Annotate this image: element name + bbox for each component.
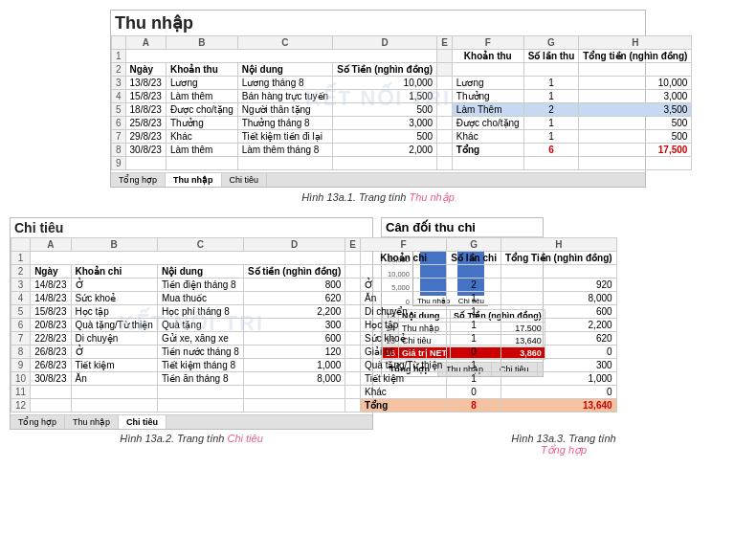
h-ngay: Ngày (125, 63, 166, 77)
candoi-title: Cân đối thu chi (382, 218, 543, 237)
h-sotien: Số Tiền (nghìn đồng) (333, 63, 437, 77)
top-section: KẾT NỐI TRI Thu nhập A B C D E F G (10, 10, 746, 212)
header-khoanchu: Khoản thu (452, 50, 523, 63)
header-tongtien: Tổng tiền (nghìn đồng) (579, 50, 692, 63)
col-e: E (437, 36, 453, 50)
thu-nhap-title: Thu nhập (115, 13, 193, 33)
row-1: 1 (112, 50, 126, 63)
table-row: 6 25/8/23 Thưởng Thưởng tháng 8 3,000 Đư… (112, 117, 692, 130)
h-noidung: Nội dung (237, 63, 332, 77)
col-num (112, 36, 126, 50)
table-row: 9 (112, 157, 692, 170)
table-row: 11 Khác 0 0 (11, 386, 617, 399)
h-empty2 (523, 63, 579, 77)
chi-tieu-table: A B C D E F G H 1 Khoản chi Số l (11, 237, 617, 412)
caption-top-pink: Thu nhập (409, 191, 454, 203)
col-b: B (166, 36, 237, 50)
bottom-captions: Hình 13a.2. Trang tính Chi tiêu Hình 13a… (10, 433, 746, 457)
h-empty3 (579, 63, 692, 77)
h-khoanthu: Khoản thu (166, 63, 237, 77)
tab-thunhap[interactable]: Thu nhập (166, 173, 222, 187)
thu-nhap-spreadsheet: KẾT NỐI TRI Thu nhập A B C D E F G (110, 10, 646, 188)
h-empty1 (452, 63, 523, 77)
table-row: 3 13/8/23 Lương Lương tháng 8 10,000 Lươ… (112, 77, 692, 90)
bottom-section: KẾT NỐI TRI Chi tiêu A B C D E F G H (10, 217, 746, 430)
table-row: 5 18/8/23 Được cho/tặng Người thân tặng … (112, 103, 692, 117)
table-row: 7 29/8/23 Khác Tiết kiệm tiền đi lại 500… (112, 130, 692, 144)
table-row: 6 20/8/23 Quà tặng/Từ thiện Quà tặng 300… (11, 319, 617, 332)
chi-tieu-title: Chi tiêu (14, 220, 63, 235)
tab-bar-top: Tổng hợp Thu nhập Chi tiêu (111, 172, 645, 187)
caption-bottom-right: Hình 13a.3. Trang tính Tổng hợp (381, 433, 746, 457)
caption-chitieu-pink: Chi tiêu (228, 433, 263, 444)
thu-nhap-table: A B C D E F G H 1 Khoản thu Số l (111, 35, 692, 170)
tab-chitieu-top[interactable]: Chi tiêu (222, 173, 268, 187)
header-ngay (125, 50, 437, 63)
table-row: 8 30/8/23 Làm thêm Làm thêm tháng 8 2,00… (112, 144, 692, 157)
caption-top: Hình 13a.1. Trang tính Thu nhập (110, 191, 646, 204)
chitieu-wrapper: KẾT NỐI TRI Chi tiêu A B C D E F G H (10, 217, 373, 430)
total-row: 12 Tổng 8 13,640 (11, 399, 617, 412)
col-f: F (452, 36, 523, 50)
sep-e2 (437, 63, 453, 77)
table-row: 4 14/8/23 Sức khoẻ Mua thuốc 620 Ăn 1 8,… (11, 292, 617, 305)
tab-chitieu-bottom[interactable]: Chi tiêu (119, 415, 167, 429)
table-row: 5 15/8/23 Học tập Học phí tháng 8 2,200 … (11, 305, 617, 319)
table-row: 7 22/8/23 Di chuyện Gửi xe, xăng xe 600 … (11, 332, 617, 346)
col-d: D (333, 36, 437, 50)
sep-e (437, 50, 453, 63)
table-row: 9 26/8/23 Tiết kiệm Tiết kiệm tháng 8 1,… (11, 359, 617, 372)
col-c: C (237, 36, 332, 50)
col-a: A (125, 36, 166, 50)
chi-tieu-spreadsheet: KẾT NỐI TRI Chi tiêu A B C D E F G H (10, 217, 373, 430)
table-row: 4 15/8/23 Làm thêm Bán hàng trực tuyến 1… (112, 90, 692, 103)
caption-bottom-left: Hình 13a.2. Trang tính Chi tiêu (10, 433, 373, 457)
table-row: 3 14/8/23 Ở Tiền điện tháng 8 800 Ở 2 92… (11, 279, 617, 292)
col-g: G (523, 36, 579, 50)
tab-thunhap-bottom[interactable]: Thu nhập (65, 415, 119, 429)
tab-bar-bottom: Tổng hợp Thu nhập Chi tiêu (11, 414, 372, 429)
table-row: 10 30/8/23 Ăn Tiền ăn tháng 8 8,000 Tiết… (11, 372, 617, 386)
row-2: 2 (112, 63, 126, 77)
table-row: 8 26/8/23 Ở Tiền nước tháng 8 120 Giải t… (11, 346, 617, 359)
col-h: H (579, 36, 692, 50)
header-solan: Số lần thu (523, 50, 579, 63)
tab-tonghop-top[interactable]: Tổng hợp (111, 173, 166, 187)
tab-tonghop-bottom[interactable]: Tổng hợp (11, 415, 65, 429)
caption-tonghop-pink: Tổng hợp (541, 444, 587, 456)
